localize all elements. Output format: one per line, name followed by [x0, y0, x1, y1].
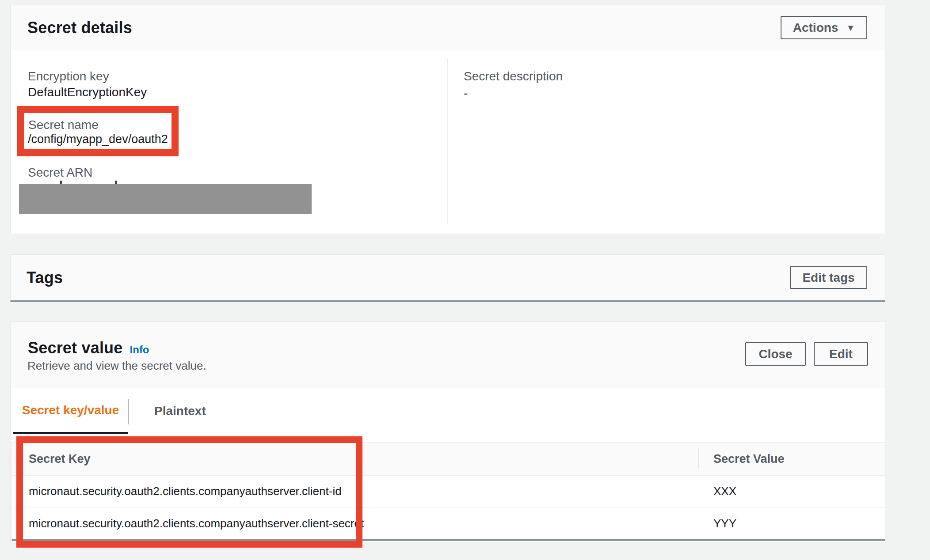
close-button-label: Close: [758, 347, 792, 361]
actions-button[interactable]: Actions ▼: [781, 16, 867, 39]
tab-plaintext[interactable]: Plaintext: [145, 388, 215, 434]
secret-arn-redaction-box: [19, 184, 312, 214]
edit-button-label: Edit: [829, 347, 853, 361]
secret-value-cell: YYY: [713, 517, 736, 530]
secret-details-panel: Secret details Actions ▼ Encryption key …: [10, 5, 885, 234]
caret-down-icon: ▼: [846, 23, 855, 32]
tab-divider: [128, 399, 129, 424]
tab-secret-key-value[interactable]: Secret key/value: [13, 388, 128, 434]
actions-button-label: Actions: [793, 21, 839, 35]
close-button[interactable]: Close: [745, 342, 806, 366]
secret-details-body: Encryption key DefaultEncryptionKey Secr…: [11, 50, 885, 234]
secret-details-title: Secret details: [27, 19, 132, 37]
info-link[interactable]: Info: [130, 344, 149, 356]
secret-value-cell: XXX: [713, 484, 736, 498]
annotation-box-secret-key-column: [16, 436, 362, 548]
tags-title: Tags: [27, 269, 63, 287]
secret-value-subtitle: Retrieve and view the secret value.: [27, 359, 206, 373]
encryption-key-label: Encryption key: [28, 69, 109, 84]
secret-value-header: Secret value Info Retrieve and view the …: [11, 322, 885, 388]
edit-button[interactable]: Edit: [814, 342, 868, 366]
secret-value-title-row: Secret value Info: [28, 339, 149, 357]
column-divider: [447, 58, 448, 224]
tab-plaintext-label: Plaintext: [154, 404, 206, 418]
secret-description-label: Secret description: [464, 69, 563, 84]
secret-value-title: Secret value: [28, 339, 123, 357]
annotation-box-secret-name: [17, 106, 179, 156]
column-header-secret-value: Secret Value: [713, 452, 785, 466]
edit-tags-button-label: Edit tags: [802, 271, 854, 285]
encryption-key-value: DefaultEncryptionKey: [28, 85, 147, 100]
column-divider: [698, 448, 699, 468]
tab-secret-key-value-label: Secret key/value: [22, 403, 119, 417]
secret-details-header: Secret details Actions ▼: [11, 5, 885, 50]
edit-tags-button[interactable]: Edit tags: [790, 266, 867, 289]
secret-value-tabs: Secret key/value Plaintext: [11, 388, 885, 434]
secret-arn-label: Secret ARN: [28, 165, 92, 180]
tags-panel: Tags Edit tags: [10, 254, 885, 302]
secret-description-value: -: [464, 86, 468, 101]
